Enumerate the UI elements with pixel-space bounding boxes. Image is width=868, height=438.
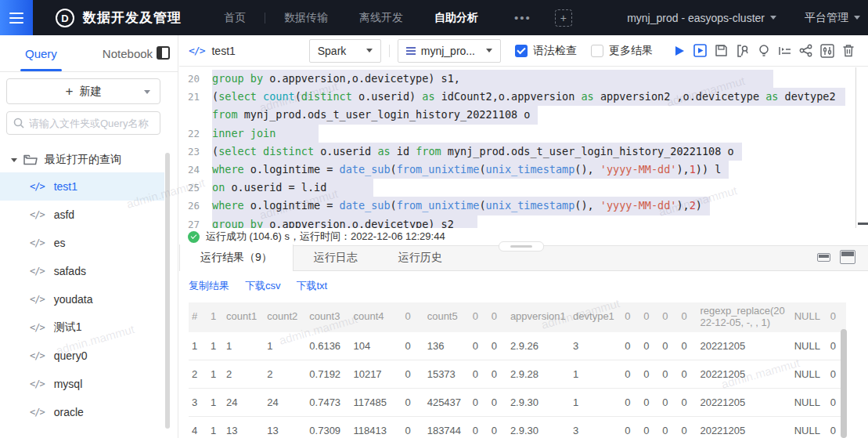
result-link-0[interactable]: 复制结果 [189, 279, 229, 293]
sidebar-scrollbar[interactable] [165, 153, 170, 429]
chevron-down-icon [486, 49, 492, 52]
folder-icon [23, 154, 38, 165]
code-text: group by o.appversion,o.devicetype) s2 [212, 215, 477, 229]
database-select[interactable]: mynj_pro... [398, 39, 501, 63]
search-input[interactable] [29, 118, 153, 129]
table-row[interactable]: 21220.719210217015373002.9.2810000202212… [189, 360, 846, 389]
table-row[interactable]: 11110.61361040136002.9.263000020221205NU… [189, 332, 846, 360]
table-cell: 2 [223, 360, 264, 389]
lightbulb-icon[interactable] [753, 42, 774, 60]
format-sql-button[interactable] [732, 42, 753, 60]
checkbox-checked-icon[interactable] [515, 45, 528, 57]
engine-select[interactable]: Spark [309, 39, 381, 63]
expand-panel-icon[interactable] [840, 250, 855, 264]
save-button[interactable] [711, 42, 732, 60]
column-header: appversion1 [507, 302, 570, 332]
sidebar-search [6, 111, 160, 135]
code-icon: </> [30, 294, 45, 305]
table-cell: 1 [264, 332, 306, 360]
tab-query[interactable]: Query [25, 35, 57, 71]
syntax-check-toggle[interactable]: 语法检查 [515, 44, 577, 58]
sidebar-item-es[interactable]: </>es [0, 229, 164, 257]
tab-notebook[interactable]: Notebook [103, 35, 153, 71]
table-cell: 0 [640, 417, 659, 438]
table-cell: 0 [488, 417, 507, 438]
query-tab-test1[interactable]: </> test1 [189, 45, 236, 57]
column-header: count3 [306, 302, 350, 332]
column-header: 0 [470, 302, 488, 332]
folder-recent-queries[interactable]: 最近打开的查询 [0, 147, 164, 172]
table-cell: 0 [640, 332, 659, 360]
item-label: es [54, 237, 66, 249]
table-cell: 24 [223, 389, 264, 417]
panel-resize-handle[interactable] [499, 241, 544, 252]
line-number: 21 [179, 88, 200, 106]
sidebar-item-query0[interactable]: </>query0 [0, 342, 164, 370]
nav-item-0[interactable]: 首页 [224, 11, 246, 25]
chevron-down-icon[interactable] [144, 90, 150, 94]
new-query-button[interactable]: + 新建 [6, 78, 160, 104]
column-header: 0 [659, 302, 678, 332]
table-cell: 1 [189, 332, 207, 360]
sidebar-item-oracle[interactable]: </>oracle [0, 398, 164, 426]
sidebar-item-asfd[interactable]: </>asfd [0, 201, 164, 229]
add-workspace-icon[interactable]: + [555, 9, 572, 27]
execution-plan-button[interactable] [774, 42, 795, 60]
platform-admin-menu[interactable]: 平台管理 [805, 11, 860, 25]
result-tab-0[interactable]: 运行结果（9） [179, 244, 294, 271]
nav-item-2[interactable]: 离线开发 [359, 11, 403, 25]
line-number: 27 [179, 215, 200, 229]
table-scrollbar[interactable] [841, 329, 847, 438]
cluster-selector[interactable]: mynj_prod - easyops-cluster [627, 12, 776, 24]
editor-hscroll-thumb[interactable] [858, 223, 868, 225]
hamburger-menu-icon[interactable] [0, 0, 33, 35]
table-cell: 0 [621, 417, 640, 438]
table-cell: 0 [659, 417, 678, 438]
table-cell: 0 [659, 360, 678, 389]
result-tab-2[interactable]: 运行历史 [378, 244, 463, 270]
collapse-sidebar-icon[interactable] [157, 46, 170, 60]
code-text: where o.logintime = date_sub(from_unixti… [212, 161, 729, 179]
editor-scroll-gutter [855, 67, 856, 228]
table-cell: 0 [470, 417, 488, 438]
more-results-toggle[interactable]: 更多结果 [591, 44, 653, 58]
caret-down-icon [11, 158, 17, 162]
result-link-2[interactable]: 下载txt [297, 279, 328, 293]
table-cell: 0 [470, 360, 488, 389]
delete-button[interactable] [837, 42, 859, 60]
table-row[interactable]: 4113130.73091184130183744002.9.303000020… [189, 417, 846, 438]
run-selection-button[interactable] [690, 42, 711, 60]
run-button[interactable] [668, 42, 690, 60]
column-header: regexp_replace(2022-12-05, -, , 1) [697, 302, 791, 332]
sidebar-item-测试1[interactable]: </>测试1 [0, 313, 164, 342]
table-row[interactable]: 3124240.74731174850425437002.9.301000020… [189, 389, 846, 417]
table-cell: 0 [678, 417, 697, 438]
table-cell: 0.7309 [306, 417, 350, 438]
app-title: 数据开发及管理 [83, 9, 182, 27]
result-link-1[interactable]: 下载csv [245, 279, 281, 293]
table-cell: 2 [189, 360, 207, 389]
editor-line-21: 21(select count(distinct o.userid) as id… [179, 88, 868, 106]
collapse-panel-icon[interactable] [817, 253, 830, 262]
sidebar-item-test1[interactable]: </>test1 [0, 172, 164, 201]
share-button[interactable] [795, 42, 816, 60]
sidebar-item-youdata[interactable]: </>youdata [0, 285, 164, 313]
toolbar-icons [668, 42, 859, 60]
table-cell: 0 [402, 389, 424, 417]
line-number: 23 [179, 143, 200, 161]
editor-line-20: 20group by o.appversion,o.devicetype) s1… [179, 70, 868, 88]
checkbox-unchecked-icon[interactable] [591, 45, 603, 57]
sidebar-item-safads[interactable]: </>safads [0, 257, 164, 285]
nav-item-3[interactable]: 自助分析 [434, 11, 478, 25]
result-tab-1[interactable]: 运行日志 [294, 244, 378, 270]
settings-sliders-button[interactable] [816, 42, 837, 60]
sql-editor[interactable]: 20group by o.appversion,o.devicetype) s1… [179, 67, 868, 228]
more-menu-icon[interactable]: ••• [514, 11, 531, 24]
plus-icon: + [66, 84, 74, 100]
sidebar-item-mysql[interactable]: </>mysql [0, 370, 164, 398]
table-cell: 0 [621, 360, 640, 389]
table-cell: 0 [402, 360, 424, 389]
nav-item-1[interactable]: 数据传输 [284, 11, 328, 25]
code-icon: </> [30, 237, 45, 248]
table-cell: 1 [207, 360, 223, 389]
